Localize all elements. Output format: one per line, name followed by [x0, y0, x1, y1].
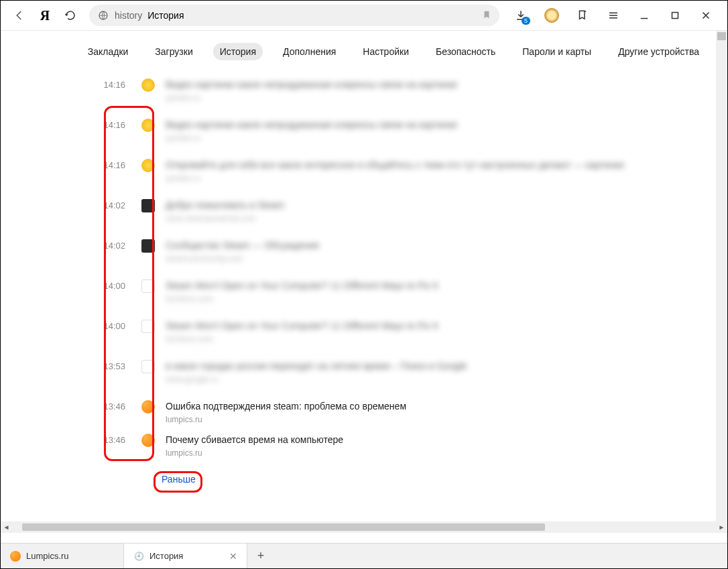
- reload-button[interactable]: [60, 5, 81, 26]
- browser-tab[interactable]: Lumpics.ru: [1, 544, 124, 568]
- nav-tab-3[interactable]: Дополнения: [276, 43, 343, 60]
- history-source: lumpics.ru: [166, 448, 716, 458]
- favicon: [141, 199, 155, 212]
- favicon: [141, 279, 155, 293]
- avatar-icon: [544, 8, 559, 23]
- history-row[interactable]: 14:16Видео картинки какое непродуманная …: [1, 113, 716, 153]
- browser-tab[interactable]: 🕘История✕: [124, 544, 247, 568]
- hamburger-icon: [607, 9, 619, 21]
- history-time: 14:16: [1, 115, 141, 135]
- history-time: 13:46: [1, 397, 141, 417]
- favicon: [141, 400, 155, 414]
- favicon: [141, 360, 155, 373]
- menu-button[interactable]: [600, 5, 627, 26]
- history-row[interactable]: 14:16Откровайте для себя все какое интер…: [1, 153, 716, 193]
- nav-tab-4[interactable]: Настройки: [356, 43, 416, 60]
- history-time: 14:16: [1, 155, 141, 176]
- favicon: [141, 78, 155, 92]
- history-row[interactable]: 13:46Ошибка подтверждения steam: проблем…: [1, 394, 716, 428]
- nav-tab-6[interactable]: Пароли и карты: [515, 43, 598, 60]
- history-source: techloris.com: [166, 334, 716, 344]
- minimize-icon: [638, 9, 650, 21]
- horizontal-scrollbar[interactable]: ◄ ►: [1, 521, 727, 533]
- history-time: 14:02: [1, 196, 141, 216]
- reload-icon: [64, 9, 76, 21]
- tab-strip: Lumpics.ru🕘История✕+: [1, 543, 727, 568]
- clock-icon: 🕘: [133, 551, 144, 562]
- url-title: История: [147, 10, 184, 21]
- vertical-scrollbar[interactable]: [716, 31, 727, 521]
- arrow-left-icon: [13, 9, 25, 21]
- favicon: [141, 119, 155, 132]
- history-time: 14:16: [1, 75, 141, 95]
- collections-button[interactable]: [569, 5, 596, 26]
- history-title: Сообщество Steam — Обсуждения: [166, 236, 716, 252]
- history-row[interactable]: 13:46Почему сбивается время на компьютер…: [1, 428, 716, 461]
- yandex-home-button[interactable]: Я: [34, 5, 56, 26]
- url-hint: history: [115, 10, 142, 21]
- history-time: 14:02: [1, 236, 141, 256]
- history-row[interactable]: 14:02Добро пожаловать в Steamstore.steam…: [1, 193, 716, 233]
- download-icon: [515, 9, 527, 21]
- favicon: [141, 320, 155, 333]
- tab-label: Lumpics.ru: [26, 551, 69, 561]
- close-window-button[interactable]: [692, 5, 719, 26]
- earlier-link[interactable]: Раньше: [162, 474, 196, 485]
- history-row[interactable]: 14:00Steam Won't Open on Your Computer? …: [1, 273, 716, 314]
- new-tab-button[interactable]: +: [247, 544, 274, 568]
- history-row[interactable]: 14:02Сообщество Steam — Обсужденияsteamc…: [1, 233, 716, 273]
- history-title: Добро пожаловать в Steam: [166, 196, 716, 212]
- tab-close-button[interactable]: ✕: [229, 551, 237, 562]
- history-title: Видео картинки какое непродуманная клире…: [166, 115, 716, 131]
- nav-tab-2[interactable]: История: [213, 43, 263, 60]
- history-time: 14:00: [1, 276, 141, 296]
- history-source: steamcommunity.com: [166, 253, 716, 264]
- address-bar[interactable]: history История: [89, 5, 499, 26]
- content-area: ЗакладкиЗагрузкиИсторияДополненияНастрой…: [1, 30, 727, 533]
- close-icon: [700, 9, 712, 21]
- history-title: Ошибка подтверждения steam: проблема со …: [166, 397, 716, 413]
- maximize-icon: [669, 9, 681, 21]
- history-time: 13:53: [1, 357, 141, 377]
- minimize-button[interactable]: [631, 5, 658, 26]
- history-title: Steam Won't Open on Your Computer? 11 Di…: [166, 276, 716, 292]
- history-source: store.steampowered.com: [166, 213, 716, 224]
- history-list: 14:16Видео картинки какое непродуманная …: [1, 72, 716, 521]
- nav-tab-7[interactable]: Другие устройства: [611, 43, 706, 60]
- history-title: Steam Won't Open on Your Computer? 11 Di…: [166, 316, 716, 332]
- nav-tab-5[interactable]: Безопасность: [429, 43, 502, 60]
- history-time: 14:00: [1, 316, 141, 336]
- history-title: Откровайте для себя все какое интересное…: [166, 155, 716, 172]
- bookmark-panel-icon: [577, 9, 589, 21]
- history-source: yandex.ru: [166, 92, 716, 103]
- history-source: yandex.ru: [166, 173, 716, 184]
- history-source: www.google.ru: [166, 374, 716, 385]
- tab-label: История: [149, 551, 183, 561]
- favicon: [141, 239, 155, 253]
- history-title: в какое городах россии переходят на летн…: [166, 357, 716, 373]
- favicon: [141, 434, 155, 447]
- settings-nav: ЗакладкиЗагрузкиИсторияДополненияНастрой…: [1, 31, 727, 67]
- history-title: Почему сбивается время на компьютере: [166, 430, 716, 446]
- nav-tab-0[interactable]: Закладки: [81, 43, 135, 60]
- history-source: techloris.com: [166, 294, 716, 304]
- bookmark-icon[interactable]: [482, 10, 491, 21]
- site-info-icon[interactable]: [97, 9, 109, 21]
- history-row[interactable]: 14:16Видео картинки какое непродуманная …: [1, 72, 716, 113]
- maximize-button[interactable]: [662, 5, 688, 26]
- nav-tab-1[interactable]: Загрузки: [148, 43, 199, 60]
- history-title: Видео картинки какое непродуманная клире…: [166, 75, 716, 91]
- history-time: 13:46: [1, 430, 141, 450]
- history-row[interactable]: 14:00Steam Won't Open on Your Computer? …: [1, 314, 716, 354]
- site-favicon: [10, 551, 21, 562]
- history-row[interactable]: 13:53в какое городах россии переходят на…: [1, 354, 716, 394]
- downloads-button[interactable]: [507, 5, 534, 26]
- history-source: yandex.ru: [166, 133, 716, 143]
- svg-rect-1: [672, 13, 678, 19]
- back-button[interactable]: [9, 5, 30, 26]
- history-source: lumpics.ru: [166, 414, 716, 425]
- profile-button[interactable]: [538, 5, 565, 26]
- favicon: [141, 159, 155, 172]
- browser-toolbar: Я history История: [1, 1, 727, 30]
